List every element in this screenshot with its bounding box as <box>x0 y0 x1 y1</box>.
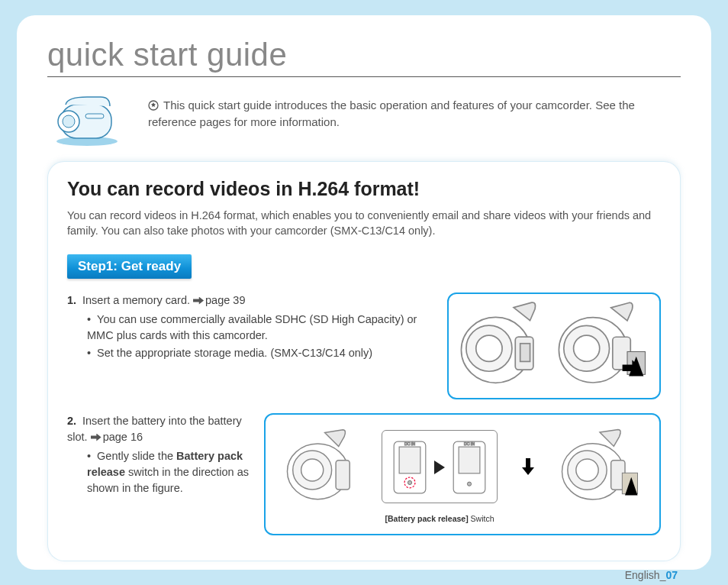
step-item-2: 2.Insert the battery into the battery sl… <box>67 413 661 535</box>
step1-bullet-2: Set the appropriate storage media. (SMX-… <box>87 345 433 361</box>
svg-text:DC IN: DC IN <box>404 441 415 446</box>
svg-rect-10 <box>520 343 530 361</box>
camcorder-battery-insert-icon <box>558 425 642 509</box>
page-ref-icon <box>91 429 103 445</box>
intro-body: This quick start guide introduces the ba… <box>148 99 635 128</box>
list-number: 2. <box>67 413 82 429</box>
camcorder-side-icon <box>283 425 359 509</box>
section-desc: You can record videos in H.264 format, w… <box>67 208 661 239</box>
step-item-1: 1.Insert a memory card. page 39 You can … <box>67 292 661 399</box>
step2-text: 2.Insert the battery into the battery sl… <box>67 413 250 498</box>
memory-card-diagram <box>447 292 661 399</box>
battery-slot-a-icon: DC IN <box>390 434 430 501</box>
step1-text: 1.Insert a memory card. page 39 You can … <box>67 292 433 363</box>
svg-point-31 <box>576 459 598 481</box>
step2-bullet: Gently slide the Battery pack release sw… <box>87 448 250 496</box>
camcorder-insert-card-icon <box>554 301 652 391</box>
svg-rect-21 <box>399 447 420 473</box>
battery-caption: [Battery pack release] Switch <box>385 514 494 523</box>
camcorder-open-slot-icon <box>456 301 546 391</box>
list-number: 1. <box>67 292 82 309</box>
svg-rect-26 <box>459 447 480 473</box>
svg-point-18 <box>301 459 323 481</box>
manual-page: quick start guide This quick start guide… <box>17 15 711 570</box>
step2-pageref: page 16 <box>103 431 143 443</box>
intro-text: This quick start guide introduces the ba… <box>148 91 681 131</box>
svg-point-28 <box>468 482 472 486</box>
svg-point-3 <box>63 115 75 128</box>
svg-text:DC IN: DC IN <box>464 441 475 446</box>
triangle-right-icon <box>434 461 445 474</box>
battery-release-detail: DC IN DC IN <box>382 430 498 503</box>
battery-slot-b-icon: DC IN <box>449 434 489 501</box>
content-card: You can record videos in H.264 format! Y… <box>47 161 681 561</box>
bullet-star-icon <box>148 100 159 111</box>
svg-point-24 <box>408 480 412 484</box>
step1-main: Insert a memory card. <box>82 294 193 306</box>
battery-diagram: DC IN DC IN <box>264 413 661 535</box>
camcorder-illustration <box>47 91 127 147</box>
footer-page-number: 07 <box>665 569 678 581</box>
page-ref-icon <box>193 292 205 309</box>
step-tab: Step1: Get ready <box>67 254 192 279</box>
svg-point-8 <box>476 335 502 361</box>
down-arrow-icon <box>520 457 536 477</box>
svg-point-13 <box>574 335 600 361</box>
section-heading: You can record videos in H.264 format! <box>67 178 661 200</box>
step1-bullet-1: You can use commercially available SDHC … <box>87 312 433 344</box>
svg-rect-19 <box>336 461 350 490</box>
step1-pageref: page 39 <box>205 294 245 306</box>
intro-row: This quick start guide introduces the ba… <box>47 91 681 147</box>
footer-language: English_ <box>625 569 666 581</box>
page-footer: English_07 <box>47 569 681 581</box>
page-title: quick start guide <box>47 37 681 77</box>
